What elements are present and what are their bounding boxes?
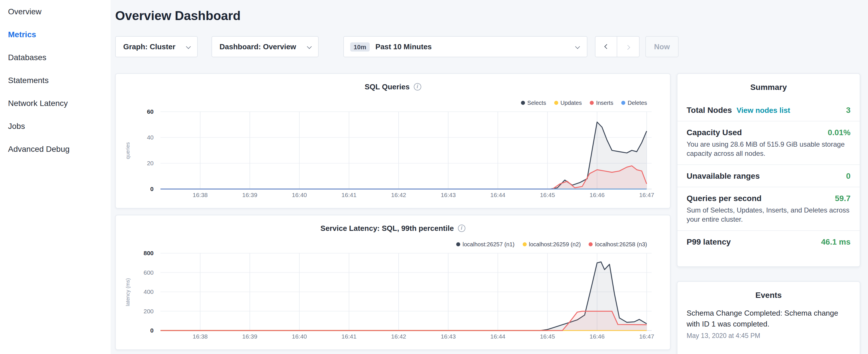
- view-nodes-list-link[interactable]: View nodes list: [737, 106, 790, 115]
- chevron-left-icon: [604, 44, 609, 49]
- summary-label: P99 latency: [687, 237, 731, 246]
- summary-row-p99-latency: P99 latency 46.1 ms: [677, 230, 860, 253]
- time-forward-button[interactable]: [617, 36, 640, 57]
- dashboard-dropdown-label: Dashboard: Overview: [219, 42, 296, 51]
- events-panel: Events Schema Change Completed: Schema c…: [677, 281, 860, 354]
- sidebar-item-statements[interactable]: Statements: [0, 69, 111, 92]
- summary-label: Queries per second: [687, 194, 762, 203]
- now-button[interactable]: Now: [645, 36, 679, 57]
- svg-text:600: 600: [144, 269, 154, 276]
- summary-row-unavailable-ranges: Unavailable ranges 0: [677, 164, 860, 187]
- sql-queries-chart-card: SQL Queries i SelectsUpdatesInsertsDelet…: [115, 73, 671, 208]
- svg-text:16:42: 16:42: [391, 192, 406, 198]
- summary-value: 59.7: [835, 194, 851, 203]
- summary-row-total-nodes: Total Nodes View nodes list 3: [677, 99, 860, 121]
- chevron-down-icon: [575, 44, 580, 49]
- sidebar-item-network-latency[interactable]: Network Latency: [0, 92, 111, 115]
- sidebar-item-label: Jobs: [8, 122, 25, 131]
- sidebar-item-label: Overview: [8, 7, 41, 16]
- sql-queries-chart[interactable]: 020406016:3816:3916:4016:4116:4216:4316:…: [116, 74, 670, 208]
- svg-text:16:46: 16:46: [589, 333, 604, 340]
- event-text: Schema Change Completed: Schema change w…: [687, 308, 850, 329]
- svg-text:16:43: 16:43: [441, 192, 456, 198]
- chevron-down-icon: [307, 44, 312, 49]
- events-title: Events: [677, 282, 860, 307]
- summary-label: Total Nodes: [687, 105, 732, 115]
- summary-row-capacity-used: Capacity Used 0.01% You are using 28.6 M…: [677, 121, 860, 164]
- summary-description: You are using 28.6 MiB of 515.9 GiB usab…: [687, 140, 850, 158]
- svg-text:16:44: 16:44: [490, 192, 505, 198]
- svg-text:16:38: 16:38: [192, 333, 208, 340]
- svg-text:400: 400: [144, 288, 154, 295]
- dashboard-controls: Graph: Cluster Dashboard: Overview 10m P…: [111, 36, 677, 57]
- svg-text:200: 200: [144, 308, 154, 315]
- dashboard-dropdown[interactable]: Dashboard: Overview: [212, 36, 319, 57]
- svg-text:16:46: 16:46: [589, 192, 604, 198]
- chevron-down-icon: [186, 44, 191, 49]
- svg-text:16:45: 16:45: [540, 333, 555, 340]
- svg-text:800: 800: [144, 250, 154, 256]
- sidebar-item-label: Metrics: [8, 30, 36, 39]
- svg-text:16:41: 16:41: [342, 333, 357, 340]
- summary-panel: Summary Total Nodes View nodes list 3 Ca…: [677, 73, 860, 267]
- graph-scope-dropdown-label: Graph: Cluster: [123, 42, 175, 51]
- summary-value: 46.1 ms: [821, 237, 850, 246]
- service-latency-chart-card: Service Latency: SQL, 99th percentile i …: [115, 215, 671, 350]
- svg-text:16:41: 16:41: [342, 192, 357, 198]
- service-latency-chart[interactable]: 020040060080016:3816:3916:4016:4116:4216…: [116, 215, 670, 349]
- summary-value: 0.01%: [828, 128, 850, 137]
- summary-description: Sum of Selects, Updates, Inserts, and De…: [687, 206, 850, 224]
- svg-text:16:43: 16:43: [441, 333, 456, 340]
- main-content: Overview Dashboard Graph: Cluster Dashbo…: [111, 0, 677, 354]
- sidebar-item-label: Network Latency: [8, 99, 68, 108]
- svg-text:16:38: 16:38: [192, 192, 208, 198]
- svg-text:16:47: 16:47: [639, 333, 654, 340]
- sidebar-item-label: Advanced Debug: [8, 144, 70, 154]
- sidebar-item-databases[interactable]: Databases: [0, 46, 111, 69]
- svg-text:16:39: 16:39: [242, 192, 257, 198]
- svg-text:16:39: 16:39: [242, 333, 257, 340]
- svg-text:16:42: 16:42: [391, 333, 406, 340]
- summary-title: Summary: [677, 74, 860, 99]
- svg-text:16:40: 16:40: [292, 333, 307, 340]
- sidebar-item-jobs[interactable]: Jobs: [0, 115, 111, 137]
- time-back-button[interactable]: [595, 36, 617, 57]
- left-nav: Overview Metrics Databases Statements Ne…: [0, 0, 111, 354]
- svg-text:40: 40: [147, 134, 154, 141]
- sidebar-item-metrics[interactable]: Metrics: [0, 23, 111, 46]
- summary-value: 3: [846, 105, 850, 115]
- event-list-item[interactable]: Schema Change Completed: Schema change w…: [677, 307, 860, 339]
- event-timestamp: May 13, 2020 at 4:45 PM: [687, 332, 850, 339]
- summary-label: Capacity Used: [687, 128, 742, 137]
- svg-text:20: 20: [147, 160, 154, 166]
- svg-text:16:45: 16:45: [540, 192, 555, 198]
- sidebar-item-label: Databases: [8, 53, 46, 62]
- time-range-current: 10m Past 10 Minutes: [350, 42, 432, 51]
- time-window-pager: [595, 36, 640, 57]
- sidebar-item-advanced-debug[interactable]: Advanced Debug: [0, 137, 111, 160]
- svg-text:0: 0: [150, 186, 154, 192]
- time-range-selector[interactable]: 10m Past 10 Minutes: [343, 36, 587, 57]
- time-range-badge: 10m: [350, 42, 370, 51]
- svg-text:16:44: 16:44: [490, 333, 505, 340]
- svg-text:60: 60: [147, 108, 154, 115]
- svg-text:0: 0: [150, 327, 154, 334]
- page-title: Overview Dashboard: [115, 9, 241, 24]
- svg-text:16:47: 16:47: [639, 192, 654, 198]
- chevron-right-icon: [625, 45, 630, 50]
- svg-text:16:40: 16:40: [292, 192, 307, 198]
- time-range-label: Past 10 Minutes: [375, 42, 432, 51]
- summary-row-queries-per-second: Queries per second 59.7 Sum of Selects, …: [677, 187, 860, 230]
- summary-label: Unavailable ranges: [687, 171, 760, 181]
- app-window: Overview Metrics Databases Statements Ne…: [0, 0, 868, 354]
- sidebar-item-overview[interactable]: Overview: [0, 0, 111, 23]
- summary-value: 0: [846, 171, 850, 181]
- sidebar-item-label: Statements: [8, 75, 49, 85]
- graph-scope-dropdown[interactable]: Graph: Cluster: [115, 36, 198, 57]
